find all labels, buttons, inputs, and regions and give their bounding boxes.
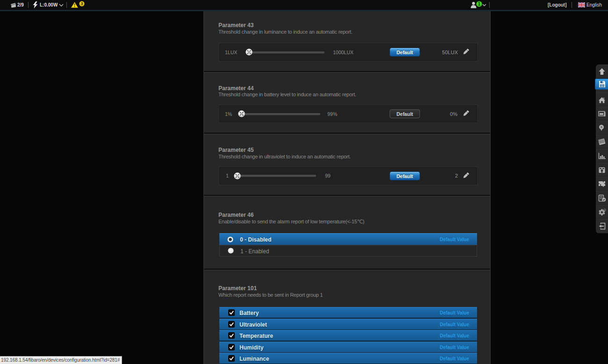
- svg-text:3: 3: [80, 1, 83, 6]
- svg-text:1: 1: [478, 1, 481, 7]
